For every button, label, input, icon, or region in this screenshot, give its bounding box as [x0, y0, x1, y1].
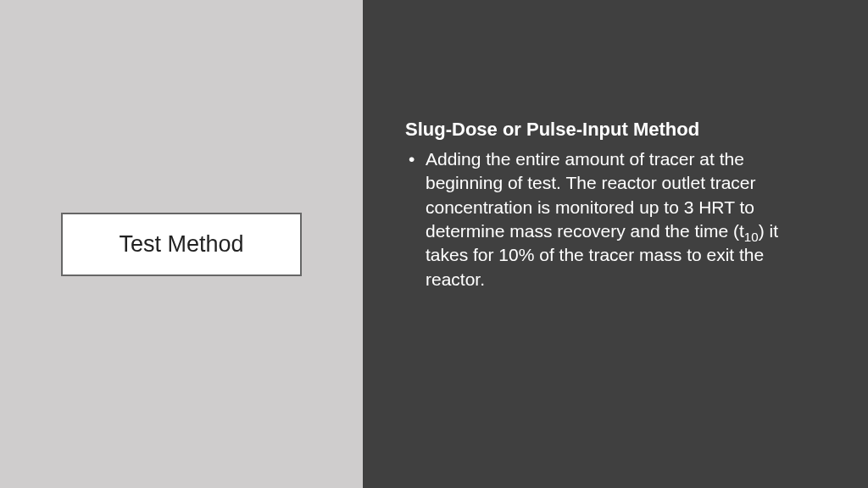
left-panel: Test Method: [0, 0, 363, 488]
right-panel: Slug-Dose or Pulse-Input Method Adding t…: [363, 0, 868, 488]
slide-title: Test Method: [119, 231, 243, 258]
bullet-list: Adding the entire amount of tracer at th…: [405, 147, 817, 291]
subscript: 10: [744, 230, 759, 244]
title-box: Test Method: [61, 213, 301, 276]
bullet-text-pre: Adding the entire amount of tracer at th…: [426, 149, 756, 241]
bullet-item: Adding the entire amount of tracer at th…: [405, 147, 817, 291]
content-heading: Slug-Dose or Pulse-Input Method: [405, 119, 817, 141]
